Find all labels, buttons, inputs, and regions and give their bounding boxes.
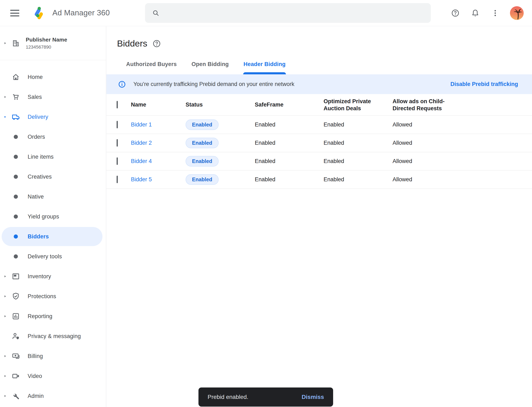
page-title: Bidders [117, 39, 147, 49]
ad-manager-logo-icon [30, 5, 45, 21]
optimized-deals-cell: Enabled [323, 176, 393, 183]
column-header-name: Name [131, 102, 185, 108]
status-badge: Enabled [185, 156, 219, 166]
shopping-cart-icon [11, 93, 20, 101]
global-search [145, 3, 431, 23]
child-directed-cell: Allowed [393, 140, 532, 146]
snackbar-toast: Prebid enabled. Dismiss [198, 387, 333, 407]
building-icon [12, 39, 20, 47]
child-directed-cell: Allowed [393, 158, 532, 164]
bidders-tab-bar: Authorized Buyers Open Bidding Header Bi… [126, 61, 532, 74]
table-row: Bidder 2 Enabled Enabled Enabled Allowed [106, 134, 532, 152]
chevron-right-icon [0, 394, 10, 398]
ad-manager-window: Ad Manager 360 [0, 0, 532, 407]
sidebar-item-admin[interactable]: Admin [0, 386, 106, 406]
publisher-name: Publisher Name [26, 37, 67, 43]
column-header-status: Status [185, 102, 255, 108]
help-button[interactable] [448, 6, 463, 20]
bidder-link[interactable]: Bidder 5 [131, 176, 152, 182]
table-header-row: Name Status SafeFrame Optimized Private … [106, 94, 532, 116]
bidder-link[interactable]: Bidder 4 [131, 158, 152, 164]
table-row: Bidder 4 Enabled Enabled Enabled Allowed [106, 152, 532, 171]
bullet-icon [11, 192, 20, 201]
row-checkbox[interactable] [117, 176, 118, 183]
videocam-icon [11, 372, 20, 380]
wrench-icon [11, 392, 20, 400]
chevron-right-icon [0, 314, 10, 318]
chevron-down-icon [0, 115, 10, 119]
banknote-icon [11, 352, 20, 360]
bell-icon [471, 9, 480, 17]
sidebar-item-native[interactable]: Native [0, 187, 106, 207]
sidebar-item-inventory[interactable]: Inventory [0, 266, 106, 286]
sidebar-item-billing[interactable]: Billing [0, 346, 106, 366]
notifications-button[interactable] [468, 6, 483, 20]
sidebar-item-delivery[interactable]: Delivery [0, 107, 106, 127]
select-all-checkbox[interactable] [117, 101, 118, 108]
toast-message: Prebid enabled. [208, 394, 248, 400]
status-badge: Enabled [185, 119, 219, 130]
safeframe-cell: Enabled [255, 176, 323, 183]
row-checkbox[interactable] [117, 139, 118, 147]
bidder-link[interactable]: Bidder 2 [131, 140, 152, 146]
chevron-right-icon [0, 41, 10, 45]
tab-authorized-buyers[interactable]: Authorized Buyers [126, 61, 177, 74]
info-icon [118, 80, 126, 88]
page-help-icon[interactable] [152, 39, 161, 48]
tab-open-bidding[interactable]: Open Bidding [191, 61, 229, 74]
three-dots-icon [491, 9, 500, 17]
palm-tree-avatar-image [510, 6, 524, 20]
child-directed-cell: Allowed [393, 176, 532, 183]
sidebar-item-delivery-tools[interactable]: Delivery tools [0, 246, 106, 266]
sidebar-item-bidders[interactable]: Bidders [0, 227, 106, 246]
overflow-menu-button[interactable] [488, 6, 502, 20]
help-icon [451, 9, 460, 17]
bullet-icon [11, 232, 20, 241]
bullet-icon [11, 252, 20, 261]
sidebar-item-sales[interactable]: Sales [0, 87, 106, 107]
sidebar-item-orders[interactable]: Orders [0, 127, 106, 147]
bullet-icon [11, 212, 20, 221]
sidebar-item-protections[interactable]: Protections [0, 286, 106, 306]
chevron-right-icon [0, 95, 10, 99]
sidebar-item-home[interactable]: Home [0, 67, 106, 87]
sidebar-item-creatives[interactable]: Creatives [0, 167, 106, 187]
tab-header-bidding[interactable]: Header Bidding [243, 61, 286, 74]
sidebar-navigation: Publisher Name 1234567890 Home [0, 26, 106, 407]
table-row: Bidder 1 Enabled Enabled Enabled Allowed [106, 116, 532, 134]
prebid-info-banner: You’re currently trafficking Prebid dema… [106, 74, 532, 94]
sidebar-nav-list: Home Sales Delivery [0, 60, 106, 406]
safeframe-cell: Enabled [255, 121, 323, 128]
bullet-icon [11, 172, 20, 181]
row-checkbox[interactable] [117, 157, 118, 165]
publisher-network-id: 1234567890 [26, 44, 67, 50]
bullet-icon [11, 152, 20, 161]
safeframe-cell: Enabled [255, 158, 323, 164]
status-badge: Enabled [185, 174, 219, 185]
sidebar-item-yield-groups[interactable]: Yield groups [0, 207, 106, 227]
row-checkbox[interactable] [117, 121, 118, 128]
chevron-right-icon [0, 374, 10, 378]
account-avatar[interactable] [510, 6, 524, 20]
home-icon [11, 73, 20, 81]
top-app-bar: Ad Manager 360 [0, 0, 532, 26]
dismiss-button[interactable]: Dismiss [302, 394, 324, 400]
chevron-right-icon [0, 294, 10, 298]
search-input[interactable] [166, 7, 425, 19]
bidder-link[interactable]: Bidder 1 [131, 121, 152, 128]
column-header-child-directed: Allow ads on Child-Directed Requests [393, 98, 445, 112]
publisher-account-switcher[interactable]: Publisher Name 1234567890 [0, 26, 106, 60]
menu-icon[interactable] [9, 8, 20, 18]
truck-icon [11, 113, 20, 121]
disable-prebid-trafficking-link[interactable]: Disable Prebid trafficking [450, 81, 518, 87]
optimized-deals-cell: Enabled [323, 121, 393, 128]
main-content: Bidders Authorized Buyers Open Bidding H… [106, 26, 532, 407]
column-header-safeframe: SafeFrame [255, 102, 323, 108]
app-title: Ad Manager 360 [52, 8, 110, 17]
sidebar-item-line-items[interactable]: Line items [0, 147, 106, 167]
appbar-actions [448, 0, 532, 26]
sidebar-item-reporting[interactable]: Reporting [0, 306, 106, 326]
sidebar-item-privacy-messaging[interactable]: Privacy & messaging [0, 326, 106, 346]
sidebar-item-video[interactable]: Video [0, 366, 106, 386]
bullet-icon [11, 133, 20, 141]
